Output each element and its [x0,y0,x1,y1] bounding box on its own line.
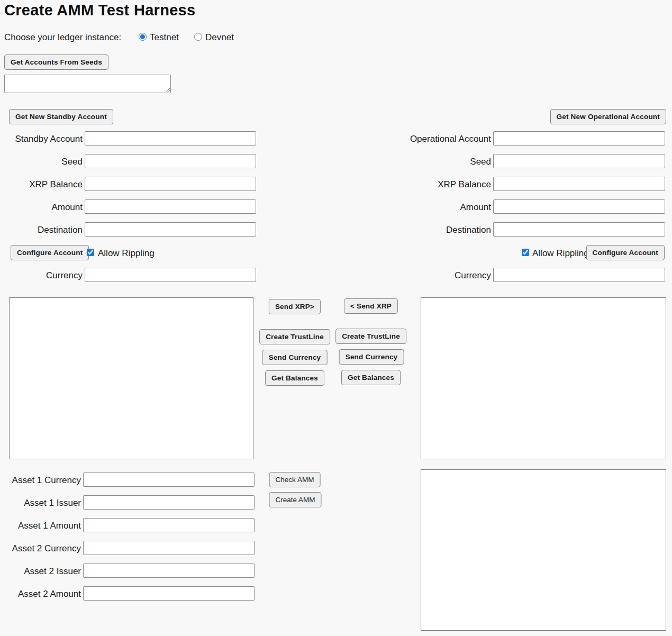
standby-configure-account-button[interactable]: Configure Account [11,245,89,260]
check-amm-button[interactable]: Check AMM [269,472,321,487]
operational-xrp-balance-input[interactable] [493,177,665,191]
standby-seed-input[interactable] [85,154,256,168]
asset1-issuer-label: Asset 1 Issuer [0,498,81,508]
asset2-amount-label: Asset 2 Amount [0,589,81,599]
ledger-radio-testnet[interactable] [139,33,147,41]
operational-account-label: Operational Account [332,134,491,144]
page-title: Create AMM Test Harness [4,2,195,19]
standby-create-trustline-button[interactable]: Create TrustLine [259,329,330,344]
asset2-currency-label: Asset 2 Currency [0,543,81,553]
standby-currency-label: Currency [0,270,83,280]
standby-send-currency-button[interactable]: Send Currency [262,350,328,365]
standby-get-balances-button[interactable]: Get Balances [265,370,324,386]
standby-account-input[interactable] [85,131,256,146]
standby-xrp-balance-label: XRP Balance [0,179,83,189]
asset2-issuer-input[interactable] [83,564,255,578]
ledger-radio-devnet[interactable] [194,33,202,41]
send-xrp-to-standby-button[interactable]: < Send XRP [344,298,398,314]
amm-results-area[interactable] [421,469,666,631]
standby-allow-rippling-label: Allow Rippling [98,248,155,258]
operational-xrp-balance-label: XRP Balance [332,179,491,189]
operational-create-trustline-button[interactable]: Create TrustLine [335,329,406,344]
standby-destination-label: Destination [0,225,83,235]
operational-send-currency-button[interactable]: Send Currency [339,349,404,365]
operational-currency-label: Currency [332,270,491,280]
create-amm-button[interactable]: Create AMM [269,492,321,507]
ledger-instance-label: Choose your ledger instance: [4,32,121,42]
operational-allow-rippling-label: Allow Rippling [532,248,589,258]
standby-results-area[interactable] [9,297,253,459]
asset1-issuer-input[interactable] [83,495,255,510]
asset2-currency-input[interactable] [83,541,255,555]
operational-seed-input[interactable] [493,154,665,168]
seeds-textarea[interactable] [4,75,171,93]
asset1-amount-label: Asset 1 Amount [0,521,81,531]
standby-account-label: Standby Account [0,134,83,144]
get-new-standby-account-button[interactable]: Get New Standby Account [9,109,113,124]
standby-amount-input[interactable] [85,199,256,214]
asset1-currency-input[interactable] [83,473,255,487]
operational-allow-rippling-checkbox[interactable] [522,249,529,256]
ledger-option-label-devnet: Devnet [205,32,234,42]
operational-get-balances-button[interactable]: Get Balances [341,370,401,385]
operational-results-area[interactable] [421,297,666,459]
standby-amount-label: Amount [0,202,83,212]
operational-seed-label: Seed [332,157,491,167]
standby-allow-rippling-checkbox[interactable] [87,249,94,256]
asset1-amount-input[interactable] [83,518,255,532]
operational-account-input[interactable] [493,131,665,146]
operational-currency-input[interactable] [493,268,665,282]
standby-destination-input[interactable] [85,222,256,237]
asset2-issuer-label: Asset 2 Issuer [0,566,81,576]
asset2-amount-input[interactable] [83,586,255,601]
operational-destination-input[interactable] [493,222,665,237]
operational-configure-account-button[interactable]: Configure Account [586,245,665,260]
asset1-currency-label: Asset 1 Currency [0,475,81,485]
get-accounts-from-seeds-button[interactable]: Get Accounts From Seeds [4,54,108,70]
standby-seed-label: Seed [0,157,83,167]
operational-amount-label: Amount [332,202,491,212]
operational-amount-input[interactable] [493,199,665,214]
send-xrp-to-operational-button[interactable]: Send XRP> [269,299,321,314]
get-new-operational-account-button[interactable]: Get New Operational Account [550,109,666,124]
standby-currency-input[interactable] [85,268,256,282]
amm-test-harness-page: Create AMM Test Harness Choose your ledg… [0,0,672,636]
standby-xrp-balance-input[interactable] [85,177,256,191]
operational-destination-label: Destination [332,225,491,235]
ledger-option-label-testnet: Testnet [150,32,179,42]
